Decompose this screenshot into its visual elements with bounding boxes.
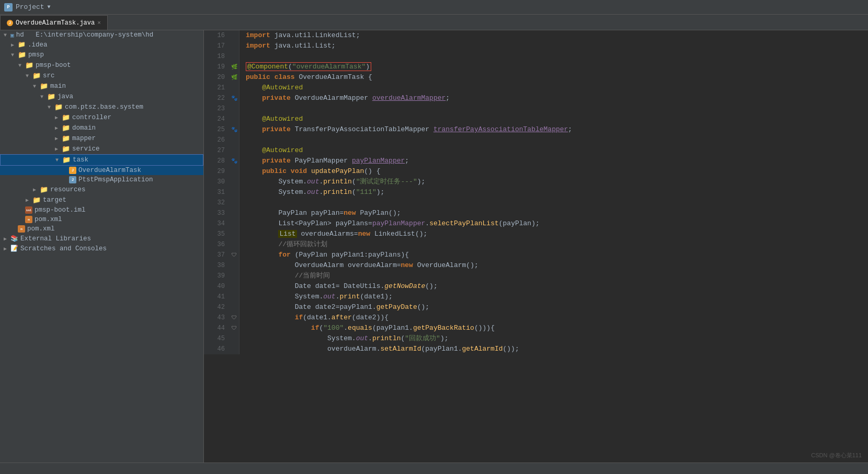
sidebar-item-scratches[interactable]: ▶ 📝 Scratches and Consoles — [0, 244, 203, 253]
watermark: CSDN @卷心菜111 — [811, 452, 862, 459]
sidebar-item-idea[interactable]: ▶ 📁 .idea — [0, 40, 203, 50]
gutter-37[interactable]: 🛡 — [229, 250, 239, 260]
sidebar-item-target[interactable]: ▶ 📁 target — [0, 195, 203, 205]
sidebar-item-controller[interactable]: ▶ 📁 controller — [0, 112, 203, 123]
gutter-22[interactable]: 🐾 — [229, 93, 239, 103]
sidebar-item-pom-xml-1[interactable]: m pom.xml — [0, 215, 203, 224]
code-line-34: List<PayPlan> payPlans=payPlanMapper.sel… — [246, 218, 862, 229]
sidebar-label-src: src — [43, 72, 55, 79]
folder-main-icon: 📁 — [40, 82, 48, 90]
code-line-21: @Autowired — [246, 83, 862, 93]
folder-java-icon: 📁 — [47, 93, 55, 101]
sidebar-item-hd-root[interactable]: ▼ ▣ hd E:\intership\company-system\hd — [0, 30, 203, 40]
folder-com-ptsz-icon: 📁 — [54, 103, 63, 111]
sidebar-item-resources[interactable]: ▶ 📁 resources — [0, 184, 203, 195]
gutter-44[interactable]: 🛡 — [229, 323, 239, 333]
arrow-scratches: ▶ — [2, 246, 8, 252]
code-line-45: System.out.println("回款成功"); — [246, 333, 862, 344]
sidebar-item-java[interactable]: ▼ 📁 java — [0, 91, 203, 102]
sidebar-label-main: main — [50, 83, 66, 90]
sidebar-item-main[interactable]: ▼ 📁 main — [0, 81, 203, 91]
sidebar-item-pmsp-boot-iml[interactable]: iml pmsp-boot.iml — [0, 205, 203, 215]
project-tree[interactable]: ▼ ▣ hd E:\intership\company-system\hd ▶ … — [0, 30, 204, 463]
gutter-42 — [229, 302, 239, 313]
sidebar-item-pmsp[interactable]: ▼ 📁 pmsp — [0, 50, 203, 60]
sidebar-item-service[interactable]: ▶ 📁 service — [0, 144, 203, 154]
code-line-44: if("100".equals(payPlan1.getPayBackRatio… — [246, 323, 862, 333]
tab-close-button[interactable]: × — [97, 20, 101, 26]
gutter-39 — [229, 271, 239, 281]
gutter-43[interactable]: 🛡 — [229, 313, 239, 323]
gutter-25[interactable]: 🐾 — [229, 124, 239, 135]
folder-pmsp-icon: 📁 — [18, 51, 26, 59]
gutter-34 — [229, 218, 239, 229]
folder-domain-icon: 📁 — [62, 124, 70, 132]
tab-overdue-alarm-task[interactable]: J OverdueAlarmTask.java × — [0, 15, 108, 30]
gutter-27 — [229, 145, 239, 156]
code-editor[interactable]: 16 17 18 19 20 21 22 23 24 25 26 27 28 2… — [204, 30, 868, 463]
arrow-pmsp-boot: ▼ — [17, 63, 23, 68]
code-line-25: private TransferPayAssociationTableMappe… — [246, 124, 862, 135]
title-bar-left: P Project ▼ — [4, 3, 51, 11]
sidebar-item-mapper[interactable]: ▶ 📁 mapper — [0, 133, 203, 144]
sidebar-item-com-ptsz[interactable]: ▼ 📁 com.ptsz.base.system — [0, 102, 203, 112]
arrow-none-5 — [9, 226, 16, 232]
sidebar-item-domain[interactable]: ▶ 📁 domain — [0, 123, 203, 133]
code-line-26 — [246, 135, 862, 145]
code-line-28: private PayPlanMapper payPlanMapper; — [246, 156, 862, 166]
gutter-18 — [229, 51, 239, 62]
code-line-27: @Autowired — [246, 145, 862, 156]
arrow-hd: ▼ — [2, 32, 8, 38]
arrow-none-1 — [61, 168, 67, 174]
gutter-35 — [229, 229, 239, 239]
gutter-16 — [229, 30, 239, 41]
java-icon-overdue: J — [69, 167, 76, 174]
folder-mapper-icon: 📁 — [62, 134, 70, 143]
arrow-task: ▼ — [54, 157, 60, 163]
sidebar-item-task[interactable]: ▼ 📁 task — [0, 154, 203, 166]
sidebar-item-overdue-alarm-task[interactable]: J OverdueAlarmTask — [0, 166, 203, 175]
code-line-29: public void updatePayPlan() { — [246, 166, 862, 177]
sidebar-label-com-ptsz: com.ptsz.base.system — [65, 103, 143, 111]
code-line-40: Date date1= DateUtils.getNowDate(); — [246, 281, 862, 292]
status-bar — [0, 463, 868, 474]
ext-lib-icon: 📚 — [10, 235, 18, 242]
status-text — [858, 465, 862, 472]
gutter-19[interactable]: 🌿 — [229, 62, 239, 72]
folder-resources-icon: 📁 — [40, 186, 48, 194]
sidebar-label-task: task — [73, 156, 88, 164]
sidebar-label-overdue: OverdueAlarmTask — [78, 167, 141, 174]
sidebar-label-hd: hd E:\intership\company-system\hd — [16, 31, 154, 39]
folder-pmsp-boot-icon: 📁 — [25, 61, 33, 70]
gutter-20[interactable]: 🌿 — [229, 72, 239, 83]
sidebar-item-ptst-app[interactable]: J PtstPmspApplication — [0, 175, 203, 184]
folder-task-icon: 📁 — [62, 156, 71, 164]
sidebar-item-src[interactable]: ▼ 📁 src — [0, 71, 203, 81]
java-icon-ptst: J — [69, 176, 76, 183]
arrow-domain: ▶ — [53, 125, 60, 131]
tab-label: OverdueAlarmTask.java — [16, 19, 95, 27]
gutter-21 — [229, 83, 239, 93]
code-line-46: overdueAlarm.setAlarmId(payPlan1.getAlar… — [246, 344, 862, 354]
project-dropdown-arrow[interactable]: ▼ — [48, 4, 51, 10]
arrow-target: ▶ — [24, 197, 30, 203]
arrow-main: ▼ — [31, 84, 38, 89]
code-line-31: System.out.println("111"); — [246, 187, 862, 198]
gutter-46 — [229, 344, 239, 354]
code-line-36: //循环回款计划 — [246, 239, 862, 250]
tab-bar: J OverdueAlarmTask.java × — [0, 15, 868, 30]
sidebar-item-pom-xml-2[interactable]: m pom.xml — [0, 224, 203, 234]
arrow-pmsp: ▼ — [9, 52, 16, 58]
sidebar-item-external-libs[interactable]: ▶ 📚 External Libraries — [0, 234, 203, 244]
code-line-42: Date date2=payPlan1.getPayDate(); — [246, 302, 862, 313]
code-line-18 — [246, 51, 862, 62]
sidebar-item-pmsp-boot[interactable]: ▼ 📁 pmsp-boot — [0, 60, 203, 71]
project-title[interactable]: Project — [16, 3, 44, 11]
sidebar-label-mapper: mapper — [72, 135, 96, 142]
sidebar-label-target: target — [43, 196, 66, 204]
gutter-28[interactable]: 🐾 — [229, 156, 239, 166]
idea-folder-icon: 📁 — [18, 41, 26, 49]
scratch-icon: 📝 — [10, 245, 18, 252]
gutter: 🌿 🌿 🐾 🐾 🐾 🛡 — [229, 30, 239, 354]
gutter-17 — [229, 41, 239, 51]
